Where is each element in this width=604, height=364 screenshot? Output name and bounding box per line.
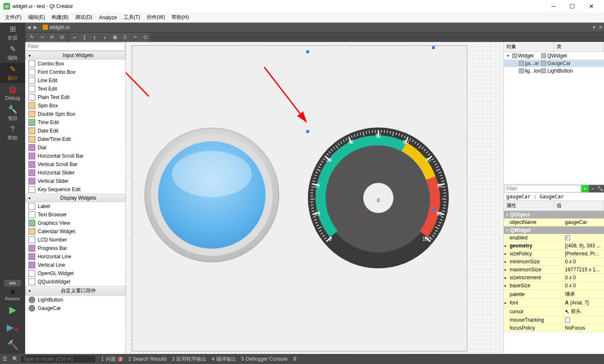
widgetbox-item[interactable]: Text Edit bbox=[25, 85, 125, 93]
property-row[interactable]: palette继承 bbox=[504, 290, 604, 299]
output-toggle-icon[interactable]: ☰ bbox=[3, 356, 7, 362]
close-button[interactable]: ✕ bbox=[582, 0, 601, 13]
property-row[interactable]: ▸sizeIncrement0 x 0 bbox=[504, 274, 604, 282]
object-inspector[interactable]: 对象 类 ▾WidgetQWidgetga...arGaugeCarlig...… bbox=[504, 42, 604, 185]
lightbutton-widget[interactable] bbox=[143, 126, 281, 264]
widgetbox-filter[interactable] bbox=[26, 42, 125, 51]
widgetbox-item[interactable]: OpenGL Widget bbox=[25, 269, 125, 278]
widgetbox-item[interactable]: Vertical Line bbox=[25, 261, 125, 269]
menu-help[interactable]: 帮助(H) bbox=[168, 13, 192, 22]
form-button[interactable]: ☰ bbox=[120, 33, 130, 42]
hlayout-button[interactable]: ═ bbox=[70, 33, 79, 42]
property-row[interactable]: ▸minimumSize0 x 0 bbox=[504, 258, 604, 266]
widgetbox-list[interactable]: ▾Input WidgetsCombo BoxFont Combo BoxLin… bbox=[25, 51, 125, 354]
grid-button[interactable]: ▦ bbox=[110, 33, 120, 42]
widgetbox-group-header[interactable]: ▾Display Widgets bbox=[25, 194, 125, 202]
status-pane-3[interactable]: 3 应用程序输出 bbox=[172, 356, 207, 363]
menu-tools[interactable]: 工具(T) bbox=[120, 13, 143, 22]
menu-edit[interactable]: 编辑(E) bbox=[25, 13, 48, 22]
sel-handle[interactable] bbox=[306, 130, 309, 133]
tab-dropdown[interactable]: ▾ bbox=[591, 24, 597, 30]
property-editor[interactable]: + − 🔧 gaugeCar : GaugeCar 属性 值 ▾ QObject… bbox=[504, 185, 604, 354]
property-row[interactable]: ▸geometry[(408, 9), 393 ... bbox=[504, 242, 604, 250]
mode-编辑[interactable]: ✎编辑 bbox=[0, 43, 25, 63]
edit-signals-button[interactable]: ⇢ bbox=[37, 33, 46, 42]
mode-Debug[interactable]: 🐞Debug bbox=[0, 83, 25, 103]
widgetbox-item[interactable]: Horizontal Slider bbox=[25, 169, 125, 177]
widgetbox-item[interactable]: Time Edit bbox=[25, 118, 125, 127]
design-canvas[interactable]: 0102030405060708090100 0 bbox=[126, 42, 503, 354]
checkbox[interactable] bbox=[565, 235, 570, 240]
edit-buddies-button[interactable]: ⇄ bbox=[47, 33, 56, 42]
widgetbox-group-header[interactable]: ▾自定义窗口部件 bbox=[25, 286, 125, 296]
widgetbox-item[interactable]: Dial bbox=[25, 143, 125, 152]
widgetbox-item[interactable]: Vertical Slider bbox=[25, 177, 125, 185]
checkbox[interactable] bbox=[565, 317, 570, 322]
menu-widgets[interactable]: 控件(W) bbox=[143, 13, 168, 22]
menu-analyze[interactable]: Analyze bbox=[96, 13, 120, 22]
vsplit-button[interactable]: ⫾ bbox=[100, 33, 109, 42]
locator-input[interactable] bbox=[20, 355, 96, 363]
break-button[interactable]: ✂ bbox=[130, 33, 140, 42]
property-group[interactable]: ▾ QWidget bbox=[504, 226, 604, 234]
widgetbox-item[interactable]: Label bbox=[25, 202, 125, 211]
kit-icon[interactable]: 🖥 bbox=[0, 287, 25, 296]
widgetbox-item[interactable]: Font Combo Box bbox=[25, 68, 125, 76]
run-button[interactable]: ▶ bbox=[0, 301, 25, 319]
widgetbox-item[interactable]: Date/Time Edit bbox=[25, 135, 125, 143]
tab-widget-ui[interactable]: widget.ui bbox=[39, 23, 73, 31]
widgetbox-item[interactable]: Horizontal Line bbox=[25, 252, 125, 261]
widgetbox-item[interactable]: GaugeCar bbox=[25, 304, 125, 312]
build-button[interactable]: 🔨 bbox=[0, 336, 25, 354]
widgetbox-item[interactable]: Key Sequence Edit bbox=[25, 185, 125, 194]
target-badge[interactable]: test bbox=[4, 280, 21, 286]
widgetbox-item[interactable]: Calendar Widget bbox=[25, 227, 125, 236]
widgetbox-group-header[interactable]: ▾Input Widgets bbox=[25, 51, 125, 60]
widgetbox-item[interactable]: Spin Box bbox=[25, 101, 125, 110]
status-pane-4[interactable]: 4 编译输出 bbox=[211, 356, 236, 363]
hsplit-button[interactable]: ⫿ bbox=[90, 33, 99, 42]
vlayout-button[interactable]: ║ bbox=[80, 33, 89, 42]
debug-run-button[interactable]: ▶🐞 bbox=[0, 319, 25, 336]
menu-file[interactable]: 文件(F) bbox=[2, 13, 25, 22]
property-row[interactable]: ▸maximumSize16777215 x 1... bbox=[504, 266, 604, 274]
property-row[interactable]: ▸baseSize0 x 0 bbox=[504, 282, 604, 290]
property-row[interactable]: objectNamegaugeCar bbox=[504, 218, 604, 226]
remove-property-button[interactable]: − bbox=[589, 185, 596, 192]
widgetbox-item[interactable]: QQuickWidget bbox=[25, 278, 125, 286]
widgetbox-item[interactable]: Line Edit bbox=[25, 76, 125, 85]
widgetbox-item[interactable]: Double Spin Box bbox=[25, 110, 125, 118]
widgetbox-item[interactable]: Text Browser bbox=[25, 211, 125, 219]
minimize-button[interactable]: ─ bbox=[544, 0, 563, 13]
property-row[interactable]: focusPolicyNoFocus bbox=[504, 324, 604, 332]
mode-欢迎[interactable]: ⊞欢迎 bbox=[0, 23, 25, 43]
status-pane-1[interactable]: 1 问题 3 bbox=[101, 356, 123, 363]
tab-prev[interactable]: ◀ bbox=[25, 24, 32, 30]
widgetbox-item[interactable]: LCD Number bbox=[25, 236, 125, 244]
property-row[interactable]: ▸fontA [Arial, 7] bbox=[504, 299, 604, 307]
tab-close[interactable]: ✕ bbox=[597, 24, 604, 30]
property-row[interactable]: ▸sizePolicy[Preferred, Pr... bbox=[504, 250, 604, 258]
property-row[interactable]: enabled bbox=[504, 234, 604, 242]
edit-tabs-button[interactable]: ⊟ bbox=[57, 33, 66, 42]
property-filter[interactable] bbox=[504, 185, 581, 192]
property-group[interactable]: ▾ QObject bbox=[504, 211, 604, 218]
widgetbox-item[interactable]: Progress Bar bbox=[25, 244, 125, 252]
mode-设计[interactable]: ✎设计 bbox=[0, 63, 25, 83]
widgetbox-item[interactable]: Vertical Scroll Bar bbox=[25, 160, 125, 169]
mode-项目[interactable]: 🔧项目 bbox=[0, 103, 25, 123]
sel-handle[interactable] bbox=[432, 46, 435, 49]
status-pane-5[interactable]: 5 Debugger Console bbox=[241, 356, 288, 363]
mode-帮助[interactable]: ?帮助 bbox=[0, 123, 25, 143]
object-row[interactable]: lig...tonLightButton bbox=[504, 67, 604, 75]
property-row[interactable]: mouseTracking bbox=[504, 316, 604, 324]
adjust-button[interactable]: ⊡ bbox=[141, 33, 150, 42]
tab-next[interactable]: ▶ bbox=[32, 24, 39, 30]
widgetbox-item[interactable]: Horizontal Scroll Bar bbox=[25, 152, 125, 160]
menu-build[interactable]: 构建(B) bbox=[48, 13, 72, 22]
object-row[interactable]: ▾WidgetQWidget bbox=[504, 52, 604, 60]
sel-handle[interactable] bbox=[306, 50, 309, 53]
widgetbox-item[interactable]: LightButton bbox=[25, 296, 125, 304]
sel-handle[interactable] bbox=[432, 208, 435, 211]
status-menu[interactable]: ⇵ bbox=[293, 356, 297, 362]
